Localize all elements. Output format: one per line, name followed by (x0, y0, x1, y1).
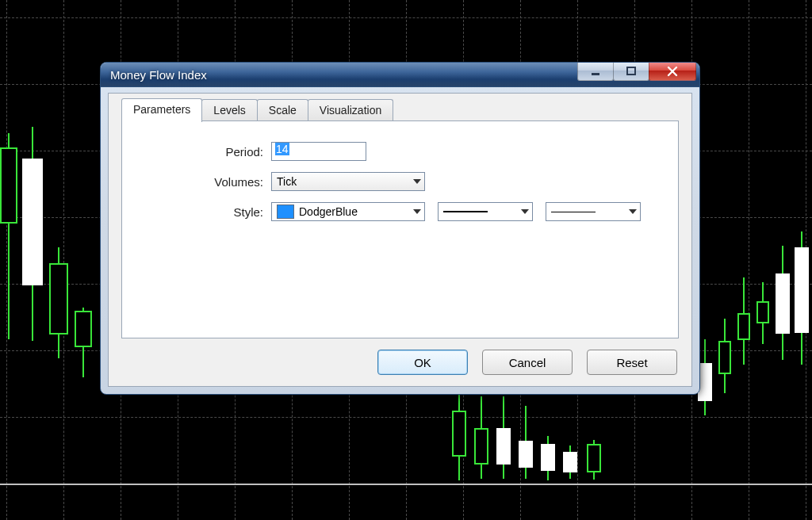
svg-rect-1 (627, 67, 635, 75)
style-label: Style: (122, 205, 271, 219)
tab-scale[interactable]: Scale (257, 99, 308, 123)
ok-button[interactable]: OK (377, 350, 468, 375)
chevron-down-icon (521, 209, 529, 214)
cancel-button[interactable]: Cancel (482, 350, 573, 375)
titlebar[interactable]: Money Flow Index (101, 63, 699, 87)
svg-rect-0 (592, 73, 599, 75)
style-color-select[interactable]: DodgerBlue (271, 202, 425, 221)
volumes-select[interactable]: Tick (271, 172, 425, 191)
line-style-sample (443, 211, 488, 212)
line-width-sample (551, 212, 596, 212)
period-value: 14 (275, 143, 289, 155)
period-label: Period: (122, 145, 271, 159)
chevron-down-icon (413, 179, 421, 184)
window-title: Money Flow Index (110, 68, 207, 82)
tab-page-parameters: Period: 14 Volumes: Tick Style: DodgerBl… (121, 120, 679, 338)
tab-visualization[interactable]: Visualization (308, 99, 393, 123)
minimize-button[interactable] (577, 63, 614, 81)
tab-strip: Parameters Levels Scale Visualization (121, 98, 393, 122)
reset-button[interactable]: Reset (587, 350, 677, 375)
period-input[interactable]: 14 (271, 142, 366, 161)
dialog-button-row: OK Cancel Reset (377, 350, 677, 375)
close-button[interactable] (649, 63, 696, 81)
volumes-label: Volumes: (122, 175, 271, 189)
color-swatch (277, 205, 294, 219)
style-line-type-select[interactable] (438, 202, 533, 221)
chevron-down-icon (413, 209, 421, 214)
tab-parameters[interactable]: Parameters (121, 98, 202, 122)
style-line-width-select[interactable] (546, 202, 641, 221)
dialog-client-area: Parameters Levels Scale Visualization Pe… (108, 93, 692, 387)
tab-levels[interactable]: Levels (201, 99, 257, 123)
chevron-down-icon (629, 209, 637, 214)
volumes-value: Tick (277, 175, 297, 188)
maximize-button[interactable] (613, 63, 649, 81)
dialog-window: Money Flow Index Parameters Levels Scale… (100, 62, 700, 395)
style-color-name: DodgerBlue (299, 205, 358, 218)
